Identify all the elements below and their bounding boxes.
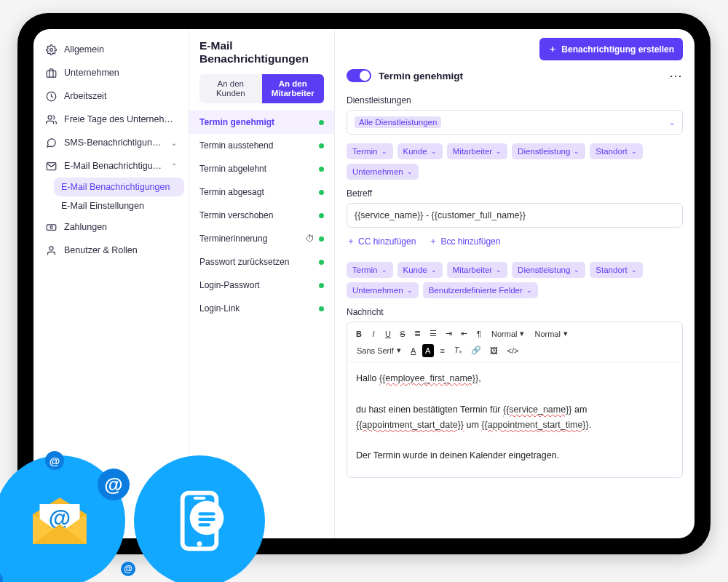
tab-customer[interactable]: An den Kunden [199,74,262,103]
chip-termin[interactable]: Termin⌄ [347,262,393,278]
font-select[interactable]: Sans Serif▾ [353,343,405,357]
sidebar-item-email[interactable]: E-Mail Benachrichtigungen ⌃ [38,154,184,178]
svg-rect-5 [47,224,56,230]
chevron-down-icon: ⌄ [669,119,675,127]
sidebar-item-hours[interactable]: Arbeitszeit [38,84,184,108]
subject-input[interactable]: {{service_name}} - {{customer_full_name}… [347,203,683,228]
sidebar-item-payments[interactable]: Zahlungen [38,215,184,239]
sidebar-item-company[interactable]: Unternehmen [38,61,184,84]
size-select[interactable]: Normal▾ [531,327,571,340]
user-icon [45,244,57,256]
placeholder-chips-subject: Termin⌄ Kunde⌄ Mitarbeiter⌄ Dienstleistu… [347,143,683,180]
chip-mitarbeiter[interactable]: Mitarbeiter⌄ [447,262,507,278]
status-dot-active [319,236,324,242]
editor-content[interactable]: Hallo {{employee_first_name}}, du hast e… [347,362,682,477]
template-list-column: E-Mail Benachrichtigungen An den Kunden … [189,29,335,538]
chevron-down-icon: ⌄ [381,266,387,274]
chat-icon [45,137,57,148]
sidebar-item-users-roles[interactable]: Benutzer & Rollen [38,239,184,262]
status-dot-active [319,260,324,265]
sidebar-item-general[interactable]: Allgemein [38,38,184,61]
outdent-button[interactable]: ⇤ [458,327,470,340]
people-icon [45,113,57,125]
bg-color-button[interactable]: A [422,344,434,357]
toggle-label: Termin genehmigt [379,71,662,81]
template-row[interactable]: Terminerinnerung ⏱ [189,227,334,250]
template-row[interactable]: Termin abgelehnt [189,157,334,180]
sidebar-label: E-Mail Benachrichtigungen [64,161,164,171]
chevron-down-icon: ⌄ [431,266,437,274]
image-button[interactable]: 🖼 [487,344,501,357]
template-row[interactable]: Termin ausstehend [189,134,334,157]
status-dot-active [319,120,324,125]
chip-standort[interactable]: Standort⌄ [590,143,642,159]
chevron-up-icon: ⌃ [171,162,177,170]
chip-custom-fields[interactable]: Benutzerdefinierte Felder⌄ [423,282,538,298]
underline-button[interactable]: U [382,327,394,340]
status-dot-active [319,306,324,311]
chip-mitarbeiter[interactable]: Mitarbeiter⌄ [447,143,507,159]
status-dot-active [319,283,324,288]
template-row[interactable]: Passwort zurücksetzen [189,250,334,274]
chevron-down-icon: ⌄ [431,148,437,155]
heading-select[interactable]: Normal▾ [488,327,528,340]
briefcase-icon [45,67,57,79]
plus-icon: ＋ [548,43,557,55]
template-row[interactable]: Login-Passwort [189,274,334,297]
template-row[interactable]: Termin verschoben [189,204,334,227]
chevron-down-icon: ⌄ [496,148,502,155]
indent-button[interactable]: ⇥ [443,327,455,340]
sidebar-sub-email-notifications[interactable]: E-Mail Benachrichtigungen [54,178,184,196]
strike-button[interactable]: S [397,327,408,340]
chip-standort[interactable]: Standort⌄ [590,262,642,278]
chip-unternehmen[interactable]: Unternehmen⌄ [347,164,419,180]
add-cc-button[interactable]: ＋CC hinzufügen [347,235,416,247]
sidebar-label: Allgemein [64,44,177,55]
settings-sidebar: Allgemein Unternehmen Arbeitszeit Freie … [33,29,189,538]
sidebar-sub-label: E-Mail Benachrichtigungen [61,182,177,192]
text-color-button[interactable]: A [408,344,419,357]
chip-unternehmen[interactable]: Unternehmen⌄ [347,282,419,298]
italic-button[interactable]: I [368,327,379,340]
add-bcc-button[interactable]: ＋Bcc hinzufügen [429,235,500,247]
bold-button[interactable]: B [353,327,365,340]
svg-rect-1 [47,71,56,77]
list-bullet-button[interactable]: ☰ [427,327,440,340]
code-button[interactable]: </> [504,344,521,357]
paragraph-button[interactable]: ¶ [473,327,485,340]
message-label: Nachricht [347,307,683,317]
template-row[interactable]: Login-Link [189,297,334,320]
align-button[interactable]: ≡ [437,344,448,357]
link-button[interactable]: 🔗 [468,343,484,357]
clear-format-button[interactable]: Tₓ [451,343,466,357]
template-header: E-Mail Benachrichtigungen An den Kunden … [189,29,334,111]
chip-dienstleistung[interactable]: Dienstleistung⌄ [512,143,585,159]
services-label: Dienstleistungen [347,95,683,105]
page-title: E-Mail Benachrichtigungen [199,39,324,65]
chip-kunde[interactable]: Kunde⌄ [397,262,443,278]
tab-employee[interactable]: An den Mitarbeiter [262,74,325,103]
services-select[interactable]: Alle Dienstleistungen ⌄ [347,110,683,135]
chip-kunde[interactable]: Kunde⌄ [397,143,443,159]
chevron-down-icon: ⌄ [407,168,413,175]
chevron-down-icon: ⌄ [631,148,637,155]
template-row[interactable]: Termin genehmigt [189,111,334,134]
enable-toggle[interactable] [347,69,371,82]
template-label: Termin abgelehnt [199,164,266,174]
svg-point-0 [50,48,52,51]
sidebar-sub-email-settings[interactable]: E-Mail Einstellungen [54,196,184,215]
sidebar-item-sms[interactable]: SMS-Benachrichtigungen ⌄ [38,131,184,154]
rich-text-editor: B I U S ≣ ☰ ⇥ ⇤ ¶ Normal▾ Normal▾ Sans S… [347,322,683,478]
create-btn-label: Benachrichtigung erstellen [561,44,674,55]
list-ordered-button[interactable]: ≣ [411,327,424,340]
template-row[interactable]: Termin abgesagt [189,180,334,204]
sidebar-item-holidays[interactable]: Freie Tage des Unternehmens [38,108,184,131]
chevron-down-icon: ⌄ [496,266,502,274]
chip-dienstleistung[interactable]: Dienstleistung⌄ [512,262,585,278]
app-screen: Allgemein Unternehmen Arbeitszeit Freie … [33,29,695,538]
create-notification-button[interactable]: ＋ Benachrichtigung erstellen [539,38,683,60]
more-menu-button[interactable]: ⋯ [669,68,683,84]
chip-termin[interactable]: Termin⌄ [347,143,393,159]
plus-icon: ＋ [347,235,355,247]
chevron-down-icon: ⌄ [171,139,177,147]
